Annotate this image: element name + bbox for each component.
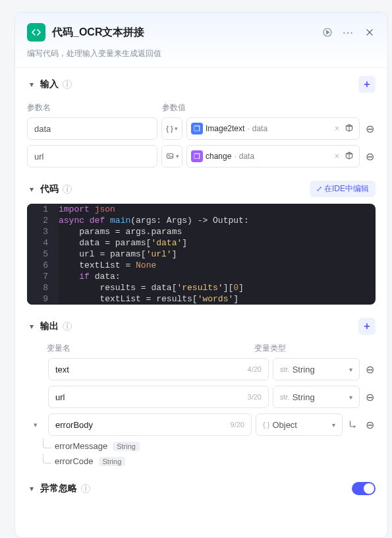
output-row: ▾errorBody9/20{ } Object▾⊖ — [15, 413, 387, 441]
param-type-select[interactable]: { }▾ — [161, 117, 182, 140]
section-title-output: 输出 — [40, 320, 59, 332]
info-icon[interactable]: i — [81, 484, 90, 493]
output-child-row: errorCode String — [15, 456, 387, 471]
output-row: text4/20str. String▾⊖ — [15, 358, 387, 386]
delete-icon[interactable]: ⊖ — [364, 419, 376, 431]
line-number: 9 — [27, 293, 59, 305]
exception-ignore-toggle[interactable] — [352, 482, 376, 495]
code-line: data = params['data'] — [59, 237, 187, 249]
section-title-input: 输入 — [40, 78, 59, 90]
delete-icon[interactable]: ⊖ — [364, 391, 376, 404]
panel-subtitle: 编写代码，处理输入变量来生成返回值 — [27, 48, 376, 59]
output-type-select[interactable]: { } Object▾ — [256, 413, 343, 436]
more-icon[interactable]: ··· — [343, 26, 354, 38]
code-line: textList = None — [59, 260, 156, 271]
expand-icon[interactable]: ▾ — [34, 421, 38, 429]
output-name-input[interactable]: errorBody9/20 — [48, 413, 252, 436]
section-title-exception: 异常忽略 — [40, 483, 77, 494]
output-name-input[interactable]: url3/20 — [48, 386, 269, 408]
param-name-input[interactable]: url — [27, 145, 157, 167]
panel-title: 代码_OCR文本拼接 — [52, 26, 315, 40]
param-name-input[interactable]: data — [27, 117, 157, 140]
delete-icon[interactable]: ⊖ — [364, 363, 376, 376]
code-node-icon — [27, 23, 45, 42]
delete-icon[interactable]: ⊖ — [364, 123, 376, 135]
code-line: import json — [59, 204, 115, 215]
param-value-input[interactable]: ❒Image2text · data× — [186, 117, 360, 140]
output-child-row: errorMessage String — [15, 441, 387, 456]
output-type-select[interactable]: str. String▾ — [273, 358, 360, 380]
info-icon[interactable]: i — [63, 185, 72, 194]
line-number: 3 — [27, 226, 59, 237]
edit-in-ide-button[interactable]: ⤢ 在IDE中编辑 — [310, 181, 376, 197]
cube-icon: ❒ — [191, 123, 203, 134]
delete-icon[interactable]: ⊖ — [364, 150, 376, 163]
collapse-output-icon[interactable]: ▾ — [27, 322, 36, 331]
code-line: url = params['url'] — [59, 249, 177, 260]
child-name: errorMessage — [55, 441, 107, 451]
section-title-code: 代码 — [40, 183, 59, 195]
svg-marker-1 — [327, 30, 329, 34]
ref-icon[interactable] — [343, 151, 355, 162]
collapse-exception-icon[interactable]: ▾ — [27, 484, 36, 493]
param-value-input[interactable]: ❒change · data× — [186, 145, 360, 167]
output-type-select[interactable]: str. String▾ — [273, 386, 360, 408]
clear-icon[interactable]: × — [335, 152, 339, 161]
type-tag: String — [113, 442, 140, 451]
input-column-headers: 参数名 参数值 — [15, 102, 387, 113]
close-icon[interactable] — [364, 26, 376, 38]
line-number: 1 — [27, 204, 59, 215]
clear-icon[interactable]: × — [335, 124, 339, 133]
add-child-icon[interactable] — [347, 419, 358, 431]
input-row: data{ }▾❒Image2text · data×⊖ — [15, 117, 387, 145]
collapse-code-icon[interactable]: ▾ — [27, 185, 36, 194]
add-output-button[interactable]: + — [358, 318, 376, 335]
code-node-panel: 代码_OCR文本拼接 ··· 编写代码，处理输入变量来生成返回值 ▾ 输入 i … — [14, 12, 388, 538]
cube-icon: ❒ — [191, 150, 203, 162]
line-number: 6 — [27, 260, 59, 271]
code-line: textList = results['words'] — [59, 293, 238, 305]
output-column-headers: 变量名 变量类型 — [15, 343, 387, 354]
code-line: if data: — [59, 271, 121, 282]
collapse-input-icon[interactable]: ▾ — [27, 80, 36, 89]
svg-point-5 — [168, 155, 169, 156]
code-line: results = data['results'][0] — [59, 282, 244, 293]
line-number: 5 — [27, 249, 59, 260]
type-tag: String — [99, 457, 126, 466]
code-editor[interactable]: 1import json2async def main(args: Args) … — [27, 204, 376, 305]
output-row: url3/20str. String▾⊖ — [15, 386, 387, 413]
line-number: 4 — [27, 237, 59, 249]
code-line: params = args.params — [59, 226, 182, 237]
info-icon[interactable]: i — [63, 80, 72, 89]
panel-header: 代码_OCR文本拼接 ··· 编写代码，处理输入变量来生成返回值 — [15, 13, 387, 68]
info-icon[interactable]: i — [63, 322, 72, 331]
output-name-input[interactable]: text4/20 — [48, 358, 269, 380]
add-input-button[interactable]: + — [358, 76, 376, 93]
param-type-select[interactable]: ▾ — [161, 145, 182, 167]
input-row: url▾❒change · data×⊖ — [15, 145, 387, 173]
code-line: async def main(args: Args) -> Output: — [59, 215, 249, 226]
line-number: 2 — [27, 215, 59, 226]
ref-icon[interactable] — [343, 123, 355, 134]
child-name: errorCode — [55, 456, 94, 466]
line-number: 8 — [27, 282, 59, 293]
run-icon[interactable] — [322, 26, 333, 38]
line-number: 7 — [27, 271, 59, 282]
